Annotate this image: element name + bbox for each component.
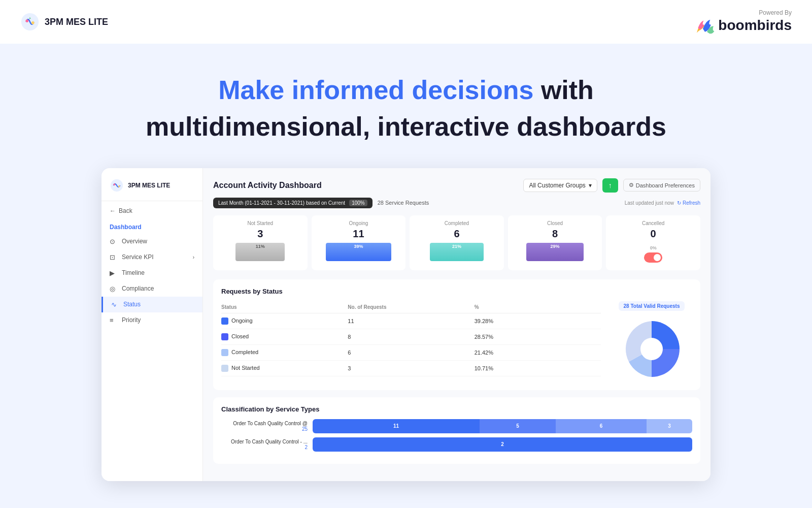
closed-dot xyxy=(221,333,228,340)
last-updated-text: Last updated just now xyxy=(625,200,674,206)
table-row: Completed 6 21.42% xyxy=(221,345,601,361)
sidebar-item-status[interactable]: ∿ Status xyxy=(101,297,202,312)
sidebar-item-overview[interactable]: ⊙ Overview xyxy=(101,234,202,249)
filter-pct: 100% xyxy=(349,200,367,206)
priority-icon: ≡ xyxy=(110,316,118,324)
sidebar-item-label: Overview xyxy=(122,238,147,245)
bar-seg-11: 11 xyxy=(313,419,480,433)
sidebar-item-service-kpi[interactable]: ⊡ Service KPI › xyxy=(101,249,202,265)
svg-point-5 xyxy=(118,185,120,187)
table-header: Status No. of Requests % xyxy=(221,301,601,313)
refresh-button[interactable]: ↻ Refresh xyxy=(677,200,700,206)
last-updated: Last updated just now ↻ Refresh xyxy=(625,200,700,206)
classification-title: Classification by Service Types xyxy=(221,405,692,413)
cancelled-toggle[interactable] xyxy=(644,252,662,263)
back-button[interactable]: ← Back xyxy=(101,201,202,220)
sidebar-item-label: Service KPI xyxy=(122,253,154,261)
sidebar-logo: 3PM MES LITE xyxy=(101,178,202,201)
cancelled-label: Cancelled xyxy=(612,220,694,226)
bar-seg-2: 2 xyxy=(313,437,692,452)
customer-group-label: All Customer Groups xyxy=(529,182,585,189)
hero-highlight: Make informed decisions xyxy=(218,75,533,105)
col-count: No. of Requests xyxy=(348,304,474,310)
col-status: Status xyxy=(221,304,348,310)
sidebar-item-label: Priority xyxy=(122,316,141,324)
class-row-2-sub: 2 xyxy=(304,444,308,450)
completed-pct-val: 21.42% xyxy=(475,350,601,356)
chevron-down-icon: ▾ xyxy=(589,182,592,189)
status-card-not-started: Not Started 3 11% xyxy=(213,215,308,270)
dashboard-header: Account Activity Dashboard All Customer … xyxy=(213,178,700,193)
overview-icon: ⊙ xyxy=(110,238,118,245)
cancelled-value: 0 xyxy=(612,228,694,240)
sidebar-item-compliance[interactable]: ◎ Compliance xyxy=(101,281,202,297)
back-arrow-icon: ← xyxy=(110,207,116,214)
table-row: Not Started 3 10.71% xyxy=(221,361,601,376)
pie-chart-container: 28 Total Valid Requests xyxy=(611,301,692,382)
completed-value: 6 xyxy=(416,228,498,240)
bar-seg-3: 3 xyxy=(647,419,692,433)
class-row-1-label: Order To Cash Quality Control @ 25 xyxy=(221,421,308,432)
timeline-icon: ▶ xyxy=(110,269,118,277)
bar-seg-5: 5 xyxy=(480,419,556,433)
not-started-pct-val: 10.71% xyxy=(475,365,601,371)
powered-by-text: Powered By xyxy=(759,9,792,16)
status-card-cancelled: Cancelled 0 0% xyxy=(606,215,700,270)
not-started-status: Not Started xyxy=(221,365,348,372)
svg-point-4 xyxy=(113,183,115,185)
closed-pct-val: 28.57% xyxy=(475,334,601,340)
sidebar-item-priority[interactable]: ≡ Priority xyxy=(101,312,202,328)
boombirds-logo: Powered By boombirds xyxy=(695,9,792,35)
customer-group-select[interactable]: All Customer Groups ▾ xyxy=(523,179,597,192)
class-row-2-label: Order To Cash Quality Control - ... 2 xyxy=(221,439,308,450)
requests-table: Status No. of Requests % Ongoing 11 39.2… xyxy=(221,301,601,382)
class-bar-1: 11 5 6 3 xyxy=(313,419,692,433)
dashboard-preferences-button[interactable]: ⚙ Dashboard Preferences xyxy=(623,179,700,192)
table-row: Closed 8 28.57% xyxy=(221,329,601,345)
hero-title: Make informed decisions with xyxy=(20,74,792,106)
closed-pct: 29% xyxy=(551,244,560,249)
not-started-value: 3 xyxy=(219,228,301,240)
sidebar-item-label: Status xyxy=(123,301,141,308)
dashboard-frame: 3PM MES LITE ← Back Dashboard ⊙ Overview… xyxy=(101,168,710,481)
class-row-1-sub: 25 xyxy=(302,426,308,432)
hero-section: Make informed decisions with multidimens… xyxy=(0,44,812,168)
ongoing-pct-val: 39.28% xyxy=(475,318,601,324)
boombirds-icon xyxy=(695,16,715,35)
completed-status: Completed xyxy=(221,349,348,356)
filter-date: Last Month (01-11-2021 - 30-11-2021) bas… xyxy=(218,200,345,206)
closed-count: 8 xyxy=(348,334,474,340)
requests-by-status-section: Requests by Status Status No. of Request… xyxy=(213,279,700,390)
col-pct: % xyxy=(475,304,601,310)
not-started-count: 3 xyxy=(348,365,474,371)
service-kpi-icon: ⊡ xyxy=(110,253,118,261)
back-label: Back xyxy=(119,207,132,214)
app-name: 3PM MES LITE xyxy=(45,17,108,27)
status-card-completed: Completed 6 21% xyxy=(410,215,504,270)
refresh-label: Refresh xyxy=(683,200,700,206)
closed-label: Closed xyxy=(514,220,596,226)
app-logo-icon xyxy=(20,12,40,31)
gear-icon: ⚙ xyxy=(629,182,634,188)
sidebar-logo-icon xyxy=(110,178,124,193)
not-started-pct: 11% xyxy=(256,244,265,249)
status-icon: ∿ xyxy=(111,301,119,308)
hero-title-part2: with xyxy=(533,75,593,105)
status-card-closed: Closed 8 29% xyxy=(508,215,602,270)
boombirds-name: boombirds xyxy=(718,17,792,34)
requests-count: 28 Service Requests xyxy=(378,200,429,206)
ongoing-dot xyxy=(221,318,228,325)
main-content: Account Activity Dashboard All Customer … xyxy=(203,168,710,481)
ongoing-label: Ongoing xyxy=(318,220,400,226)
sidebar-item-label: Compliance xyxy=(122,285,154,292)
requests-by-status-title: Requests by Status xyxy=(221,288,692,295)
pref-label: Dashboard Preferences xyxy=(636,182,695,188)
filter-bar: Last Month (01-11-2021 - 30-11-2021) bas… xyxy=(213,198,700,208)
classification-row-2: Order To Cash Quality Control - ... 2 2 xyxy=(221,437,692,452)
sidebar-item-timeline[interactable]: ▶ Timeline xyxy=(101,265,202,281)
upload-button[interactable]: ↑ xyxy=(602,178,618,193)
status-cards: Not Started 3 11% Ongoing 11 39% xyxy=(213,215,700,270)
ongoing-count: 11 xyxy=(348,318,474,324)
completed-dot xyxy=(221,349,228,356)
table-row: Ongoing 11 39.28% xyxy=(221,313,601,329)
